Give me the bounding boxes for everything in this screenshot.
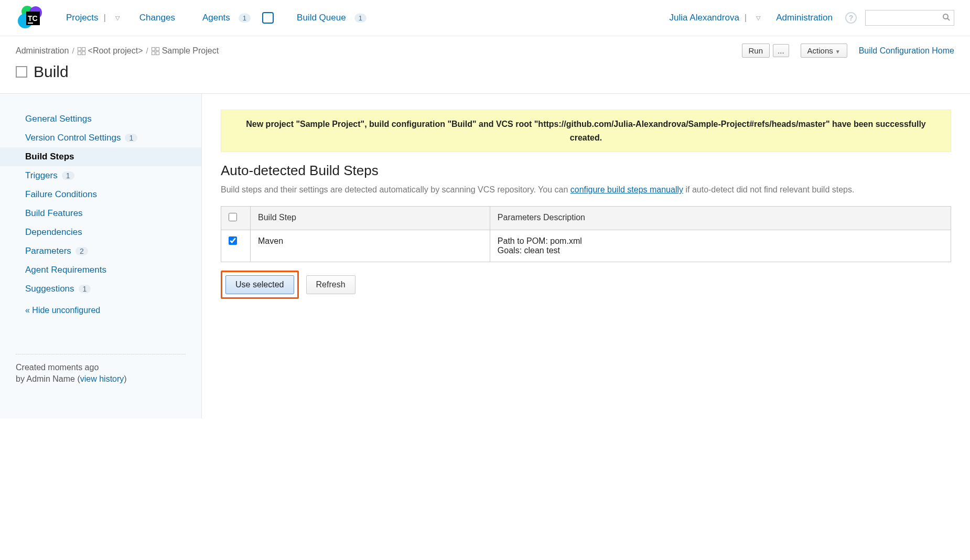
sidebar-item-label: Version Control Settings bbox=[25, 133, 121, 143]
run-button[interactable]: Run bbox=[742, 44, 770, 58]
created-info: Created moments ago bbox=[16, 362, 186, 373]
highlight-annotation: Use selected bbox=[221, 271, 299, 299]
separator: / bbox=[146, 46, 148, 55]
sidebar-item-label: Agent Requirements bbox=[25, 265, 106, 275]
success-notice: New project "Sample Project", build conf… bbox=[221, 110, 951, 152]
breadcrumb-current: Sample Project bbox=[162, 46, 219, 56]
cell-parameters: Path to POM: pom.xmlGoals: clean test bbox=[490, 230, 951, 262]
page-title: Build bbox=[34, 63, 69, 81]
hide-unconfigured-link[interactable]: « Hide unconfigured bbox=[25, 306, 100, 315]
sidebar-item-count: 2 bbox=[76, 247, 88, 255]
sidebar-item-label: Failure Conditions bbox=[25, 189, 97, 200]
run-more-button[interactable]: ... bbox=[773, 44, 789, 57]
chevron-down-icon[interactable]: ▽ bbox=[115, 15, 120, 21]
sidebar-meta: Created moments ago by Admin Name (view … bbox=[16, 354, 186, 385]
nav-projects[interactable]: Projects bbox=[62, 9, 111, 26]
configure-manually-link[interactable]: configure build steps manually bbox=[570, 185, 683, 194]
sidebar-item-count: 1 bbox=[79, 285, 91, 293]
box-icon[interactable] bbox=[262, 12, 274, 24]
svg-point-6 bbox=[943, 14, 948, 19]
sidebar-item-label: Build Steps bbox=[25, 152, 74, 162]
chevron-down-icon: ▼ bbox=[835, 49, 840, 55]
sidebar-item-label: Triggers bbox=[25, 170, 58, 181]
sidebar-item-build-features[interactable]: Build Features bbox=[0, 204, 201, 223]
chevron-down-icon[interactable]: ▽ bbox=[756, 15, 760, 21]
sidebar-item-version-control-settings[interactable]: Version Control Settings1 bbox=[0, 128, 201, 147]
separator: / bbox=[72, 46, 74, 55]
sidebar-item-parameters[interactable]: Parameters2 bbox=[0, 242, 201, 261]
logo-icon: TC bbox=[16, 5, 47, 30]
breadcrumb-root[interactable]: <Root project> bbox=[88, 46, 143, 56]
help-icon[interactable]: ? bbox=[845, 12, 857, 24]
sidebar-item-dependencies[interactable]: Dependencies bbox=[0, 223, 201, 242]
row-checkbox[interactable] bbox=[229, 236, 237, 245]
select-all-checkbox[interactable] bbox=[229, 213, 237, 221]
sidebar-item-build-steps[interactable]: Build Steps bbox=[0, 147, 201, 166]
sidebar: General SettingsVersion Control Settings… bbox=[0, 94, 202, 418]
search-icon bbox=[942, 13, 951, 23]
build-steps-table: Build Step Parameters Description MavenP… bbox=[221, 206, 951, 262]
use-selected-button[interactable]: Use selected bbox=[225, 275, 294, 294]
breadcrumb-admin[interactable]: Administration bbox=[16, 46, 69, 56]
svg-line-7 bbox=[947, 18, 950, 20]
section-description: Build steps and their settings are detec… bbox=[221, 183, 951, 197]
table-row: MavenPath to POM: pom.xmlGoals: clean te… bbox=[221, 230, 951, 262]
nav-changes[interactable]: Changes bbox=[135, 9, 179, 26]
project-icon bbox=[78, 47, 85, 55]
nav-build-queue[interactable]: Build Queue bbox=[293, 9, 350, 26]
sidebar-item-suggestions[interactable]: Suggestions1 bbox=[0, 279, 201, 298]
sidebar-item-count: 1 bbox=[125, 134, 137, 142]
breadcrumb-row: Administration / <Root project> / Sample… bbox=[0, 36, 970, 58]
svg-rect-5 bbox=[28, 23, 33, 24]
view-history-link[interactable]: view history bbox=[80, 374, 124, 383]
build-icon bbox=[16, 66, 27, 78]
actions-dropdown[interactable]: Actions▼ bbox=[801, 44, 847, 58]
sidebar-item-label: Parameters bbox=[25, 246, 71, 256]
queue-count-badge: 1 bbox=[354, 14, 367, 23]
col-parameters: Parameters Description bbox=[490, 206, 951, 230]
main-content: New project "Sample Project", build conf… bbox=[202, 94, 970, 418]
svg-text:TC: TC bbox=[28, 14, 38, 23]
col-build-step: Build Step bbox=[251, 206, 490, 230]
sidebar-item-label: General Settings bbox=[25, 114, 92, 124]
agents-count-badge: 1 bbox=[239, 14, 251, 23]
section-heading: Auto-detected Build Steps bbox=[221, 163, 951, 179]
cell-build-step: Maven bbox=[251, 230, 490, 262]
created-by: by Admin Name ( bbox=[16, 374, 80, 383]
search-input[interactable] bbox=[865, 10, 954, 26]
sidebar-item-failure-conditions[interactable]: Failure Conditions bbox=[0, 185, 201, 204]
nav-administration[interactable]: Administration bbox=[772, 9, 837, 26]
sidebar-item-general-settings[interactable]: General Settings bbox=[0, 110, 201, 128]
sidebar-item-label: Build Features bbox=[25, 208, 83, 219]
page-title-row: Build bbox=[0, 58, 970, 93]
project-icon bbox=[152, 47, 159, 55]
sidebar-item-triggers[interactable]: Triggers1 bbox=[0, 166, 201, 185]
refresh-button[interactable]: Refresh bbox=[306, 275, 355, 294]
topbar: TC Projects ▽ Changes Agents 1 Build Que… bbox=[0, 0, 970, 36]
sidebar-item-count: 1 bbox=[62, 171, 74, 180]
sidebar-item-label: Dependencies bbox=[25, 227, 82, 238]
nav-user[interactable]: Julia Alexandrova bbox=[665, 9, 752, 26]
nav-agents[interactable]: Agents bbox=[198, 9, 234, 26]
sidebar-item-label: Suggestions bbox=[25, 284, 74, 294]
build-config-home-link[interactable]: Build Configuration Home bbox=[859, 46, 954, 56]
sidebar-item-agent-requirements[interactable]: Agent Requirements bbox=[0, 261, 201, 279]
